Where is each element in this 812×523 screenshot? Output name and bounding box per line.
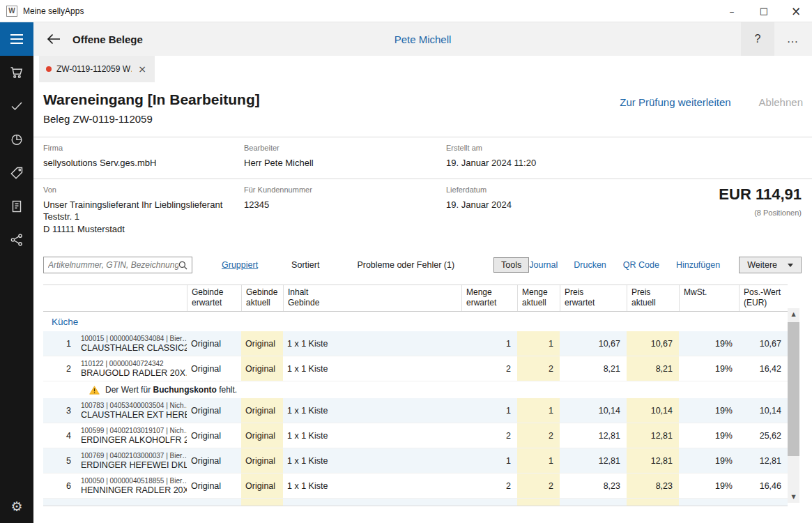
- menge-erwartet-cell: 1: [461, 398, 517, 423]
- preis-aktuell-cell[interactable]: 8,23: [627, 473, 679, 498]
- gebinde-erwartet-cell: Original: [187, 423, 241, 448]
- menge-aktuell-cell[interactable]: [517, 499, 560, 506]
- menge-aktuell-cell[interactable]: 1: [517, 448, 560, 473]
- menge-aktuell-cell[interactable]: 2: [517, 423, 560, 448]
- gebinde-aktuell-cell[interactable]: Original: [241, 473, 283, 498]
- sorted-toggle[interactable]: Sortiert: [291, 260, 319, 270]
- tools-button[interactable]: Tools: [493, 257, 529, 273]
- back-arrow-icon[interactable]: [42, 25, 66, 53]
- column-header[interactable]: InhaltGebinde: [283, 285, 461, 311]
- menge-aktuell-cell[interactable]: 2: [517, 473, 560, 498]
- problems-filter[interactable]: Probleme oder Fehler (1): [357, 260, 454, 270]
- preis-aktuell-cell[interactable]: 12,81: [627, 448, 679, 473]
- menge-aktuell-cell[interactable]: 2: [517, 356, 560, 381]
- article-cell[interactable]: 100783 | 04053400003504 | Nich… CLAUSTHA…: [78, 398, 187, 423]
- column-header[interactable]: Pos.-Wert(EUR): [739, 285, 788, 311]
- article-cell[interactable]: 100745 | 04066600623036 | Bier…: [78, 499, 187, 506]
- table-row[interactable]: 1 100015 | 00000040534084 | Bier… CLAUST…: [43, 331, 788, 356]
- table-row[interactable]: 5 100769 | 04002103000037 | Bier… ERDING…: [43, 448, 788, 473]
- grouped-toggle[interactable]: Gruppiert: [222, 260, 258, 270]
- gebinde-aktuell-cell[interactable]: Original: [241, 423, 283, 448]
- add-link[interactable]: Hinzufügen: [676, 260, 720, 270]
- cart-icon[interactable]: [0, 56, 33, 89]
- current-user[interactable]: Pete Michell: [394, 33, 452, 45]
- scrollbar-thumb[interactable]: [788, 322, 799, 456]
- group-label[interactable]: Küche: [52, 317, 78, 327]
- menge-aktuell-cell[interactable]: 1: [517, 331, 560, 356]
- search-icon[interactable]: [178, 261, 187, 270]
- field-label: Für Kundennummer: [244, 185, 446, 194]
- more-dropdown-label: Weitere: [747, 260, 777, 270]
- table-row[interactable]: 3 100783 | 04053400003504 | Nich… CLAUST…: [43, 398, 788, 423]
- column-header[interactable]: Preisaktuell: [627, 285, 679, 311]
- field-bearbeiter: Bearbeiter Herr Pete Michell: [244, 144, 446, 169]
- gebinde-aktuell-cell[interactable]: Original: [241, 331, 283, 356]
- group-header[interactable]: Küche: [43, 312, 788, 331]
- preis-aktuell-cell[interactable]: [627, 499, 679, 506]
- field-value: 19. Januar 2024: [446, 199, 512, 211]
- search-input[interactable]: [48, 260, 178, 270]
- qr-code-link[interactable]: QR Code: [623, 260, 659, 270]
- column-header[interactable]: Mengeaktuell: [517, 285, 560, 311]
- tab-close-icon[interactable]: ×: [137, 63, 148, 75]
- total-amount: EUR 114,91: [719, 185, 802, 204]
- table-row[interactable]: 2 110122 | 00000040724342 BRAUGOLD RADLE…: [43, 356, 788, 381]
- reject-button[interactable]: Ablehnen: [759, 96, 803, 108]
- column-header[interactable]: [78, 285, 187, 311]
- gebinde-erwartet-cell: Original: [187, 356, 241, 381]
- preis-aktuell-cell[interactable]: 10,67: [627, 331, 679, 356]
- help-icon[interactable]: ?: [741, 22, 774, 56]
- titlebar: W Meine sellyApps – □ ×: [0, 0, 812, 22]
- document-tab[interactable]: ZW-0119-112059 W… ×: [39, 56, 155, 82]
- pie-chart-icon[interactable]: [0, 123, 33, 156]
- scroll-up-icon[interactable]: ▲: [788, 308, 799, 320]
- close-button[interactable]: ×: [780, 0, 812, 22]
- menge-aktuell-cell[interactable]: 1: [517, 398, 560, 423]
- more-dropdown-button[interactable]: Weitere: [739, 257, 802, 273]
- preis-aktuell-cell[interactable]: 12,81: [627, 423, 679, 448]
- journal-link[interactable]: Journal: [529, 260, 558, 270]
- tab-bar: ZW-0119-112059 W… ×: [33, 56, 812, 82]
- column-header[interactable]: [43, 285, 78, 311]
- gebinde-aktuell-cell[interactable]: [241, 499, 283, 506]
- report-icon[interactable]: [0, 190, 33, 223]
- column-header[interactable]: Mengeerwartet: [461, 285, 517, 311]
- article-cell[interactable]: 110122 | 00000040724342 BRAUGOLD RADLER …: [78, 356, 187, 381]
- preis-aktuell-cell[interactable]: 8,21: [627, 356, 679, 381]
- gebinde-aktuell-cell[interactable]: Original: [241, 356, 283, 381]
- gebinde-aktuell-cell[interactable]: Original: [241, 448, 283, 473]
- column-header[interactable]: Preiserwartet: [560, 285, 627, 311]
- article-search[interactable]: [43, 257, 192, 273]
- share-network-icon[interactable]: [0, 223, 33, 257]
- check-icon[interactable]: [0, 89, 33, 123]
- column-header[interactable]: Gebindeaktuell: [241, 285, 283, 311]
- inhalt-gebinde-cell: 1 x 1 Kiste: [283, 473, 461, 498]
- article-cell[interactable]: 100769 | 04002103000037 | Bier… ERDINGER…: [78, 448, 187, 473]
- scroll-down-icon[interactable]: ▼: [788, 491, 799, 503]
- preis-aktuell-cell[interactable]: 10,14: [627, 398, 679, 423]
- article-cell[interactable]: 100015 | 00000040534084 | Bier… CLAUSTHA…: [78, 331, 187, 356]
- column-header[interactable]: MwSt.: [679, 285, 739, 311]
- forward-for-review-button[interactable]: Zur Prüfung weiterleiten: [620, 96, 730, 108]
- maximize-button[interactable]: □: [748, 0, 780, 22]
- minimize-button[interactable]: –: [716, 0, 748, 22]
- table-row[interactable]: 4 100599 | 04002103019107 | Nich… ERDING…: [43, 423, 788, 448]
- row-number: 2: [43, 356, 78, 381]
- table-row[interactable]: 6 100050 | 00000040518855 | Bier… HENNIN…: [43, 473, 788, 499]
- more-icon[interactable]: …: [774, 22, 812, 56]
- article-cell[interactable]: 100599 | 04002103019107 | Nich… ERDINGER…: [78, 423, 187, 448]
- price-tag-icon[interactable]: [0, 156, 33, 190]
- table-row[interactable]: 100745 | 04066600623036 | Bier…: [43, 499, 788, 506]
- article-cell[interactable]: 100050 | 00000040518855 | Bier… HENNINGE…: [78, 473, 187, 498]
- vertical-scrollbar[interactable]: ▲ ▼: [788, 308, 799, 503]
- hamburger-menu-button[interactable]: [0, 22, 33, 56]
- column-header[interactable]: Gebindeerwartet: [187, 285, 241, 311]
- scrollbar-track[interactable]: [788, 320, 799, 491]
- window-controls: – □ ×: [716, 0, 812, 22]
- print-link[interactable]: Drucken: [574, 260, 606, 270]
- supplier-city: D 11111 Musterstadt: [43, 223, 244, 236]
- row-number: 4: [43, 423, 78, 448]
- warning-text: Der Wert für Buchungskonto fehlt.: [105, 385, 237, 395]
- gebinde-aktuell-cell[interactable]: Original: [241, 398, 283, 423]
- gear-icon[interactable]: ⚙: [0, 490, 33, 523]
